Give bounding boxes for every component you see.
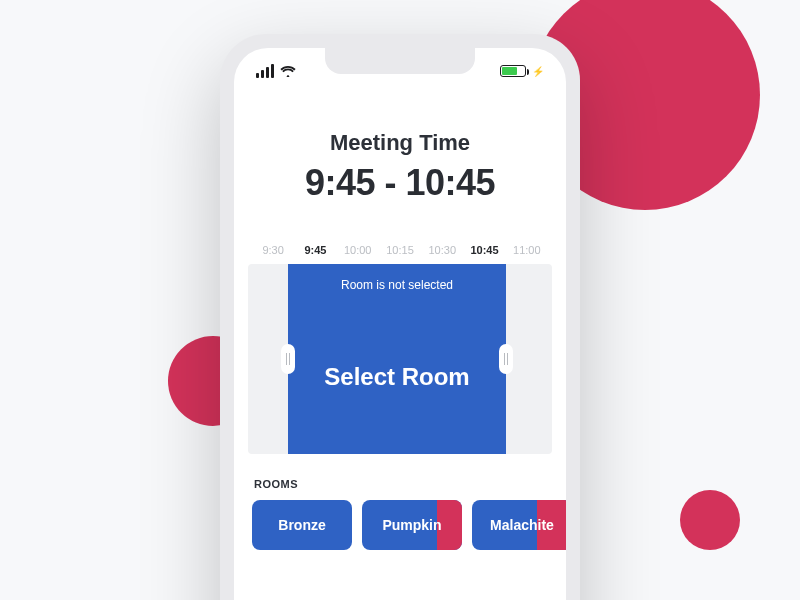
ruler-tick[interactable]: 9:30 — [252, 244, 294, 256]
signal-icon — [256, 64, 274, 78]
charging-icon: ⚡ — [532, 66, 544, 77]
room-chip[interactable]: Malachite — [472, 500, 566, 550]
battery-icon — [500, 65, 526, 77]
page-title: Meeting Time — [234, 130, 566, 156]
ruler-tick[interactable]: 11:00 — [506, 244, 548, 256]
ruler-tick[interactable]: 9:45 — [294, 244, 336, 256]
timeline-area: Room is not selected Select Room — [248, 264, 552, 454]
phone-frame: ⚡ Meeting Time 9:45 - 10:45 9:309:4510:0… — [220, 34, 580, 600]
room-chip-label: Malachite — [490, 517, 554, 533]
room-chip[interactable]: Bronze — [252, 500, 352, 550]
resize-handle-right[interactable] — [499, 344, 513, 374]
wifi-icon — [280, 65, 296, 77]
decor-circle — [680, 490, 740, 550]
phone-notch — [325, 48, 475, 74]
time-range: 9:45 - 10:45 — [234, 162, 566, 204]
ruler-tick[interactable]: 10:00 — [337, 244, 379, 256]
room-chip-label: Pumpkin — [382, 517, 441, 533]
rooms-list[interactable]: BronzePumpkinMalachite — [234, 500, 566, 550]
time-slot[interactable]: Room is not selected Select Room — [288, 264, 506, 454]
ruler-tick[interactable]: 10:15 — [379, 244, 421, 256]
select-room-button[interactable]: Select Room — [324, 300, 469, 454]
ruler-tick[interactable]: 10:45 — [463, 244, 505, 256]
room-chip-label: Bronze — [278, 517, 325, 533]
slot-status: Room is not selected — [341, 278, 453, 292]
ruler-tick[interactable]: 10:30 — [421, 244, 463, 256]
room-chip[interactable]: Pumpkin — [362, 500, 462, 550]
rooms-section-label: ROOMS — [254, 478, 546, 490]
phone-screen: ⚡ Meeting Time 9:45 - 10:45 9:309:4510:0… — [234, 48, 566, 600]
time-ruler[interactable]: 9:309:4510:0010:1510:3010:4511:00 — [234, 244, 566, 256]
resize-handle-left[interactable] — [281, 344, 295, 374]
